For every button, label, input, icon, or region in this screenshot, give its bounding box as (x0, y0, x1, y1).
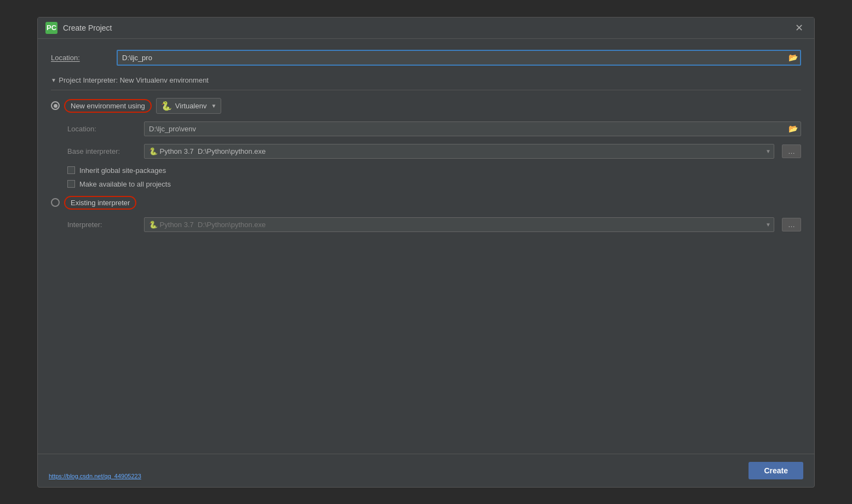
location-label: Location: (51, 54, 111, 62)
blog-link[interactable]: https://blog.csdn.net/qq_44905223 (49, 473, 141, 479)
dialog-footer: https://blog.csdn.net/qq_44905223 Create (38, 454, 814, 487)
virtualenv-icon: 🐍 (161, 101, 172, 111)
venv-location-label: Location: (67, 125, 139, 133)
interpreter-label: Interpreter: (67, 221, 139, 229)
location-row: Location: 📂 (51, 50, 801, 66)
radio-inner-dot (54, 104, 57, 108)
close-button[interactable]: ✕ (792, 22, 807, 34)
venv-folder-button[interactable]: 📂 (788, 124, 798, 133)
venv-location-input-wrapper: 📂 (144, 121, 801, 136)
interpreter-section-header: ▼ Project Interpreter: New Virtualenv en… (51, 76, 801, 90)
virtualenv-selector[interactable]: 🐍 Virtualenv ▼ (156, 98, 221, 114)
folder-icon: 📂 (788, 53, 798, 62)
new-environment-settings: Location: 📂 Base interpreter: ▼ … (67, 121, 801, 188)
title-bar: PC Create Project ✕ (38, 18, 814, 39)
existing-interpreter-settings: Interpreter: ▼ … (67, 217, 801, 232)
virtualenv-name: Virtualenv (175, 102, 207, 110)
make-available-label: Make available to all projects (79, 180, 171, 188)
interpreter-input[interactable] (144, 217, 774, 232)
location-folder-button[interactable]: 📂 (788, 53, 798, 62)
new-environment-label: New environment using (64, 99, 152, 113)
existing-interpreter-radio[interactable] (51, 198, 60, 207)
interpreter-row: Interpreter: ▼ … (67, 217, 801, 232)
base-interpreter-input-wrapper: ▼ (144, 144, 774, 159)
interpreter-section-title: Project Interpreter: New Virtualenv envi… (59, 76, 209, 84)
existing-interpreter-option: Existing interpreter (51, 196, 801, 210)
location-input[interactable] (117, 50, 801, 66)
venv-location-row: Location: 📂 (67, 121, 801, 136)
base-interpreter-dropdown-btn[interactable]: ▼ (765, 148, 771, 154)
make-available-row: Make available to all projects (67, 180, 801, 188)
virtualenv-dropdown-arrow: ▼ (211, 103, 216, 109)
interpreter-dropdown-btn[interactable]: ▼ (765, 222, 771, 228)
dialog-body: Location: 📂 ▼ Project Interpreter: New V… (38, 39, 814, 454)
base-interpreter-label: Base interpreter: (67, 147, 139, 155)
collapse-triangle[interactable]: ▼ (51, 77, 56, 83)
new-environment-option: New environment using 🐍 Virtualenv ▼ (51, 98, 801, 114)
base-interpreter-input[interactable] (144, 144, 774, 159)
create-project-dialog: PC Create Project ✕ Location: 📂 ▼ Projec… (37, 17, 815, 488)
inherit-packages-row: Inherit global site-packages (67, 166, 801, 175)
base-interpreter-browse-btn[interactable]: … (782, 144, 801, 158)
inherit-packages-checkbox[interactable] (67, 166, 75, 174)
venv-location-input[interactable] (144, 121, 801, 136)
venv-folder-icon: 📂 (788, 124, 798, 133)
dialog-title: Create Project (63, 24, 786, 32)
create-button[interactable]: Create (749, 462, 803, 479)
location-input-wrapper: 📂 (117, 50, 801, 66)
inherit-packages-label: Inherit global site-packages (79, 166, 166, 175)
base-interpreter-row: Base interpreter: ▼ … (67, 144, 801, 159)
app-icon: PC (45, 22, 57, 34)
make-available-checkbox[interactable] (67, 180, 75, 188)
existing-interpreter-label: Existing interpreter (64, 196, 136, 210)
interpreter-input-wrapper: ▼ (144, 217, 774, 232)
new-environment-radio[interactable] (51, 101, 60, 110)
existing-interpreter-section: Existing interpreter Interpreter: ▼ … (51, 196, 801, 232)
interpreter-browse-btn[interactable]: … (782, 218, 801, 231)
